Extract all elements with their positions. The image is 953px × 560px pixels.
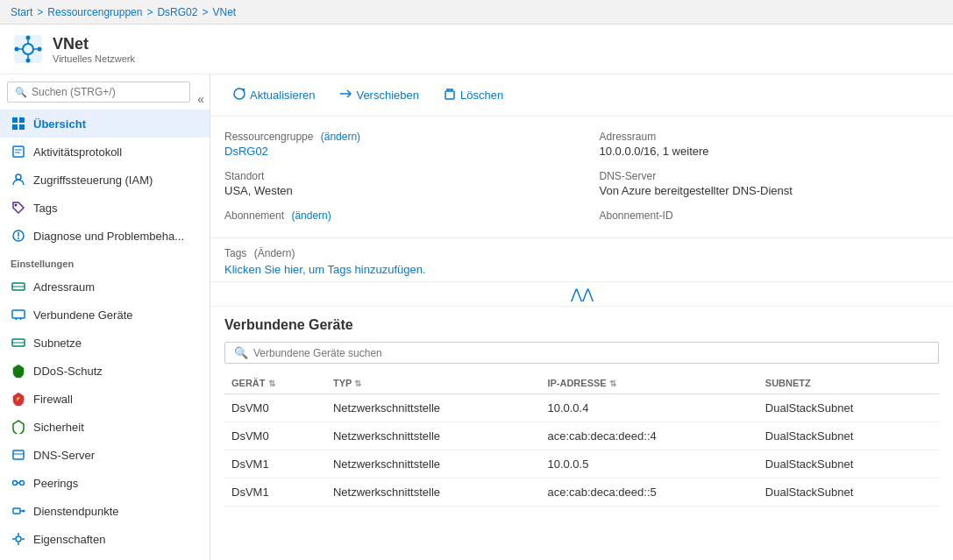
breadcrumb-dsrg02[interactable]: DsRG02: [157, 6, 197, 18]
endpoint-icon: [11, 503, 26, 519]
ressourcengruppe-field: Ressourcengruppe (ändern) DsRG02: [224, 131, 565, 158]
sidebar-item-dienstendpunkte[interactable]: Dienstendpunkte: [0, 497, 210, 525]
settings-section-label: Einstellungen: [0, 250, 210, 273]
address-icon: [11, 279, 26, 294]
col-typ: TYP ⇅: [326, 372, 540, 394]
sicherheit-label: Sicherheit: [33, 421, 84, 434]
aktualisieren-button[interactable]: Aktualisieren: [224, 83, 324, 107]
standort-label: Standort: [224, 170, 565, 182]
sidebar-item-ddos-schutz[interactable]: DDoS-Schutz: [0, 357, 210, 385]
iam-icon: [11, 172, 26, 188]
diagnose-icon: [11, 228, 26, 244]
cell-subnetz: DualStackSubnet: [758, 450, 939, 478]
move-icon: [339, 88, 352, 103]
connected-devices-section: Verbundene Geräte 🔍 GERÄT ⇅: [210, 307, 953, 517]
ddos-icon: [11, 363, 26, 379]
ressourcengruppe-value[interactable]: DsRG02: [224, 145, 565, 158]
abonnement-id-field: Abonnement-ID: [600, 209, 940, 223]
activity-icon: [11, 144, 26, 159]
abonnement-label: Abonnement (ändern): [224, 209, 565, 222]
loschen-label: Löschen: [460, 89, 503, 102]
adressraum-label: Adressraum: [33, 280, 95, 294]
overview-icon: [11, 116, 26, 131]
cell-gerat: DsVM1: [224, 450, 326, 478]
svg-point-32: [20, 481, 25, 486]
tags-hint[interactable]: Klicken Sie hier, um Tags hinzuzufügen.: [224, 263, 939, 276]
sort-gerat-icon[interactable]: ⇅: [268, 379, 275, 388]
sidebar-item-adressraum[interactable]: Adressraum: [0, 273, 210, 301]
sidebar-item-peerings[interactable]: Peerings: [0, 469, 210, 497]
cell-typ: Netzwerkschnittstelle: [326, 394, 540, 422]
toolbar: Aktualisieren Verschieben Löschen: [210, 74, 953, 117]
breadcrumb-start[interactable]: Start: [11, 6, 32, 18]
sidebar-item-aktivitatsprotokoll[interactable]: Aktivitätsprotokoll: [0, 138, 210, 166]
sort-typ-icon[interactable]: ⇅: [354, 379, 361, 388]
sidebar-item-eigenschaften[interactable]: Eigenschaften: [0, 525, 210, 553]
peerings-label: Peerings: [33, 477, 78, 490]
svg-point-17: [16, 174, 21, 180]
sidebar-item-ubersicht[interactable]: Übersicht: [0, 110, 210, 138]
cell-ip: ace:cab:deca:deed::5: [540, 478, 757, 507]
breadcrumb-vnet: VNet: [212, 6, 236, 18]
tags-change-link[interactable]: (Ändern): [254, 247, 295, 259]
info-section: Ressourcengruppe (ändern) DsRG02 Adressr…: [210, 117, 953, 238]
col-gerat: GERÄT ⇅: [224, 372, 326, 394]
search-input[interactable]: [32, 86, 182, 98]
sidebar-navigation: Übersicht Aktivitätsprotokoll Zugriffsst…: [0, 110, 210, 560]
dns-server-label: DNS-Server: [33, 449, 95, 462]
svg-point-6: [26, 36, 31, 40]
sidebar-item-tags[interactable]: Tags: [0, 194, 210, 222]
breadcrumb-sep-3: >: [202, 6, 208, 18]
sidebar-item-diagnose[interactable]: Diagnose und Problembeha...: [0, 222, 210, 250]
devices-search-box[interactable]: 🔍: [224, 342, 939, 364]
collapse-button[interactable]: ⋀⋀: [571, 286, 594, 302]
sidebar-search-box[interactable]: 🔍: [7, 82, 190, 103]
ressourcengruppe-label: Ressourcengruppe (ändern): [224, 131, 565, 143]
svg-rect-34: [13, 508, 20, 514]
sidebar-collapse-button[interactable]: «: [192, 90, 210, 108]
sidebar-item-sicherheit[interactable]: Sicherheit: [0, 413, 210, 441]
sidebar-item-firewall[interactable]: Firewall: [0, 385, 210, 413]
svg-point-31: [13, 481, 18, 486]
sort-ip-icon[interactable]: ⇅: [609, 379, 616, 388]
delete-icon: [444, 88, 456, 103]
abonnement-change-link[interactable]: (ändern): [291, 209, 331, 222]
dns-icon: [11, 447, 26, 463]
col-ip: IP-ADRESSE ⇅: [540, 372, 757, 394]
cell-gerat: DsVM0: [224, 394, 326, 422]
adressraum-field: Adressraum 10.0.0.0/16, 1 weitere: [600, 131, 940, 158]
abonnement-id-label: Abonnement-ID: [600, 209, 940, 222]
vnet-icon: [12, 33, 44, 65]
eigenschaften-label: Eigenschaften: [33, 533, 105, 546]
col-subnetz: SUBNETZ: [758, 372, 939, 394]
firewall-label: Firewall: [33, 393, 73, 406]
svg-point-36: [23, 510, 25, 513]
tags-label: Tags (Ändern): [224, 247, 939, 259]
svg-line-25: [16, 318, 17, 320]
table-row: DsVM0 Netzwerkschnittstelle 10.0.0.4 Dua…: [224, 394, 939, 422]
breadcrumb-ressourcengruppen[interactable]: Ressourcengruppen: [47, 6, 142, 18]
page-subtitle: Virtuelles Netzwerk: [53, 53, 135, 64]
sidebar-item-verbundene-gerate[interactable]: Verbundene Geräte: [0, 301, 210, 329]
svg-point-7: [26, 59, 31, 63]
sidebar-item-subnetze[interactable]: Subnetze: [0, 329, 210, 357]
dns-server-field: DNS-Server Von Azure bereitgestellter DN…: [600, 170, 940, 197]
ressourcengruppe-change-link[interactable]: (ändern): [321, 131, 360, 143]
page-header: VNet Virtuelles Netzwerk: [0, 25, 953, 74]
sidebar: 🔍 « Übersicht Aktivitätsprotokoll: [0, 74, 210, 560]
sidebar-item-dns-server[interactable]: DNS-Server: [0, 441, 210, 469]
devices-search-input[interactable]: [253, 347, 929, 359]
sidebar-item-zugriffssteuerung[interactable]: Zugriffssteuerung (IAM): [0, 166, 210, 194]
cell-ip: 10.0.0.5: [540, 450, 757, 478]
breadcrumb-sep-1: >: [37, 6, 43, 18]
dns-server-label: DNS-Server: [600, 170, 940, 182]
subnet-icon: [11, 335, 26, 351]
svg-point-18: [15, 204, 18, 207]
connected-devices-title: Verbundene Geräte: [224, 317, 939, 333]
adressraum-label: Adressraum: [600, 131, 940, 143]
verschieben-button[interactable]: Verschieben: [331, 83, 428, 107]
cell-ip: ace:cab:deca:deed::4: [540, 422, 757, 450]
loschen-button[interactable]: Löschen: [435, 83, 512, 107]
aktualisieren-label: Aktualisieren: [250, 89, 315, 102]
svg-rect-12: [12, 124, 18, 130]
